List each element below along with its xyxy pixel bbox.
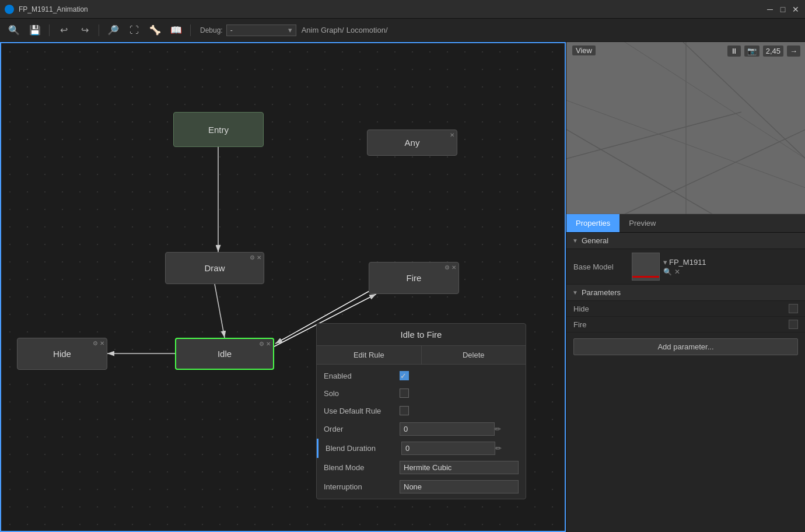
view-label: View — [572, 46, 596, 55]
node-any-controls: ✕ — [450, 132, 454, 138]
order-input[interactable] — [400, 422, 495, 436]
use-default-checkbox[interactable] — [400, 406, 409, 415]
node-idle-close-icon[interactable]: ✕ — [266, 341, 271, 347]
node-any-close-icon[interactable]: ✕ — [450, 132, 454, 138]
popup-blend-duration-value[interactable]: ✏ — [401, 442, 519, 455]
popup-row-solo: Solo — [317, 384, 526, 402]
param-hide-name: Hide — [573, 304, 789, 313]
pause-icon[interactable]: ⏸ — [727, 46, 741, 57]
section-title-general: General — [582, 236, 608, 245]
node-idle[interactable]: ⚙ ✕ Idle — [175, 338, 274, 370]
find-icon[interactable]: 🔎 — [104, 22, 123, 38]
close-button[interactable]: ✕ — [791, 5, 800, 14]
base-model-name: FP_M1911 — [669, 258, 706, 267]
redo-icon[interactable]: ↪ — [75, 22, 94, 38]
separator-2 — [99, 24, 99, 36]
model-expand-icon: ▾ — [663, 258, 667, 267]
tab-preview[interactable]: Preview — [620, 214, 665, 232]
fit-view-icon[interactable]: → — [787, 46, 800, 57]
node-hide-close-icon[interactable]: ✕ — [100, 340, 104, 346]
node-draw-gear-icon[interactable]: ⚙ — [250, 254, 255, 261]
breadcrumb-locomotion[interactable]: Locomotion/ — [346, 26, 388, 34]
node-hide-gear-icon[interactable]: ⚙ — [93, 340, 98, 346]
popup-solo-value — [400, 388, 519, 398]
popup-row-blend-mode: Blend Mode Hermite Cubic Linear — [317, 458, 526, 477]
node-draw-label: Draw — [204, 263, 225, 273]
node-entry-label: Entry — [208, 125, 229, 135]
popup-row-order: Order ✏ — [317, 419, 526, 439]
popup-solo-label: Solo — [324, 389, 400, 398]
debug-label: Debug: — [200, 26, 223, 34]
node-any[interactable]: ✕ Any — [367, 130, 457, 156]
minimize-button[interactable]: ─ — [765, 5, 775, 14]
debug-select[interactable]: - — [226, 24, 296, 36]
title-bar-controls[interactable]: ─ □ ✕ — [765, 5, 800, 14]
popup-row-interruption: Interruption None — [317, 477, 526, 496]
props-tabs: Properties Preview — [566, 214, 805, 233]
tab-properties[interactable]: Properties — [566, 214, 620, 232]
section-title-parameters: Parameters — [582, 288, 621, 297]
search-icon[interactable]: 🔍 — [5, 22, 23, 38]
add-param-button[interactable]: Add parameter... — [573, 338, 798, 355]
graph-area[interactable]: Entry ✕ Any ⚙ ✕ Draw ⚙ ✕ Fire — [0, 42, 566, 532]
node-hide[interactable]: ⚙ ✕ Hide — [17, 338, 107, 370]
popup-order-value[interactable]: ✏ — [400, 422, 519, 436]
node-draw-close-icon[interactable]: ✕ — [257, 254, 261, 261]
fit-icon[interactable]: ⛶ — [125, 22, 144, 38]
camera-icon[interactable]: 📷 — [744, 46, 760, 57]
node-idle-controls: ⚙ ✕ — [259, 341, 271, 347]
popup-interruption-value[interactable]: None — [400, 480, 519, 494]
node-idle-gear-icon[interactable]: ⚙ — [259, 341, 264, 347]
base-model-value: ▾ FP_M1911 🔍 ✕ — [632, 253, 798, 281]
param-hide-checkbox[interactable] — [789, 304, 798, 313]
interruption-select[interactable]: None — [400, 480, 519, 494]
node-fire[interactable]: ⚙ ✕ Fire — [369, 262, 459, 294]
popup-enabled-label: Enabled — [324, 372, 400, 380]
popup-blend-mode-label: Blend Mode — [324, 463, 400, 472]
blend-duration-input[interactable] — [401, 442, 495, 455]
popup-title: Idle to Fire — [317, 324, 526, 346]
blend-mode-select[interactable]: Hermite Cubic Linear — [400, 461, 519, 474]
node-idle-label: Idle — [218, 349, 232, 359]
node-entry[interactable]: Entry — [173, 112, 264, 147]
view-canvas — [566, 42, 805, 214]
title-bar-title: FP_M1911_Animation — [19, 5, 88, 13]
order-edit-icon[interactable]: ✏ — [495, 425, 501, 433]
model-search-icon[interactable]: 🔍 — [663, 268, 672, 276]
node-draw[interactable]: ⚙ ✕ Draw — [165, 252, 264, 284]
param-fire-checkbox[interactable] — [789, 320, 798, 329]
node-fire-gear-icon[interactable]: ⚙ — [444, 264, 450, 271]
book-icon[interactable]: 📖 — [167, 22, 186, 38]
blend-duration-edit-icon[interactable]: ✏ — [495, 444, 502, 453]
link-icon[interactable]: 🦴 — [146, 22, 164, 38]
main-layout: Entry ✕ Any ⚙ ✕ Draw ⚙ ✕ Fire — [0, 42, 805, 532]
save-icon[interactable]: 💾 — [26, 22, 44, 38]
node-hide-controls: ⚙ ✕ — [93, 340, 104, 346]
app-icon — [5, 5, 14, 14]
node-draw-controls: ⚙ ✕ — [250, 254, 261, 261]
section-header-general[interactable]: ▼ General — [566, 233, 805, 249]
popup-tab-delete[interactable]: Delete — [422, 346, 526, 364]
popup-order-label: Order — [324, 425, 400, 433]
transition-popup: Idle to Fire Edit Rule Delete Enabled ✓ … — [316, 323, 526, 499]
param-fire-name: Fire — [573, 320, 789, 329]
zoom-value: 2,45 — [763, 46, 783, 57]
breadcrumb-anim-graph[interactable]: Anim Graph/ — [302, 26, 344, 34]
debug-section: Debug: - ▾ — [200, 24, 292, 36]
popup-tab-edit-rule[interactable]: Edit Rule — [317, 346, 422, 364]
popup-tabs: Edit Rule Delete — [317, 346, 526, 365]
section-header-parameters[interactable]: ▼ Parameters — [566, 285, 805, 301]
solo-checkbox[interactable] — [400, 388, 409, 398]
base-model-row: Base Model ▾ FP_M1911 🔍 ✕ — [566, 249, 805, 285]
maximize-button[interactable]: □ — [778, 5, 788, 14]
node-any-label: Any — [405, 138, 420, 148]
node-fire-close-icon[interactable]: ✕ — [452, 264, 456, 271]
param-row-hide: Hide — [566, 301, 805, 317]
popup-body: Enabled ✓ Solo Use Default Rule — [317, 365, 526, 499]
menu-bar: 🔍 💾 ↩ ↪ 🔎 ⛶ 🦴 📖 Debug: - ▾ Anim Graph/ L… — [0, 19, 805, 42]
node-fire-label: Fire — [407, 273, 422, 283]
model-clear-icon[interactable]: ✕ — [674, 268, 680, 276]
popup-blend-mode-value[interactable]: Hermite Cubic Linear — [400, 461, 519, 474]
enabled-checkbox[interactable]: ✓ — [400, 371, 409, 380]
undo-icon[interactable]: ↩ — [54, 22, 73, 38]
